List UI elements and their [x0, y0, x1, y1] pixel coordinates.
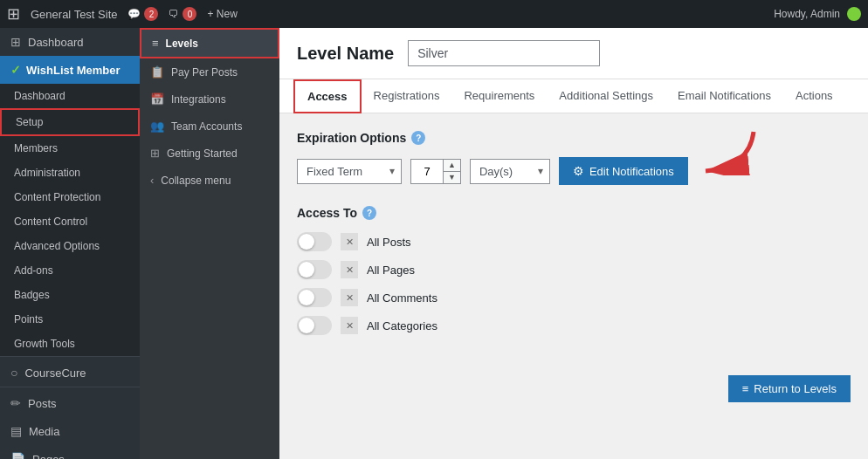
collapse-icon: ‹	[150, 174, 154, 187]
content-area: Expiration Options ? Fixed Term Lifetime…	[279, 113, 868, 361]
members-label: Members	[14, 142, 58, 154]
sidebar-item-pages[interactable]: 📄 Pages	[0, 445, 140, 459]
collapse-label: Collapse menu	[161, 175, 231, 187]
new-button[interactable]: + New	[207, 8, 237, 20]
site-name[interactable]: General Test Site	[31, 8, 117, 21]
nav-item-levels[interactable]: ≡ Levels	[140, 28, 279, 58]
toggle-all-pages[interactable]	[297, 260, 332, 279]
x-all-comments[interactable]: ✕	[341, 289, 358, 306]
tab-registrations[interactable]: Registrations	[362, 79, 452, 113]
sidebar-item-add-ons[interactable]: Add-ons	[0, 258, 140, 283]
wp-logo-icon[interactable]: ⊞	[7, 4, 20, 24]
main-layout: ⊞ Dashboard ✓ WishList Member Dashboard …	[0, 28, 868, 459]
admin-bar-left: ⊞ General Test Site 💬 2 🗨 0 + New	[7, 4, 763, 24]
sidebar-item-wlm[interactable]: ✓ WishList Member	[0, 56, 140, 84]
expiration-help-icon[interactable]: ?	[411, 131, 425, 145]
term-select[interactable]: Fixed Term Lifetime Sequential	[297, 159, 402, 184]
tab-email-notifications[interactable]: Email Notifications	[665, 79, 783, 113]
red-arrow-svg	[679, 123, 758, 175]
main-content: ≡ Levels 📋 Pay Per Posts 📅 Integrations …	[140, 28, 868, 459]
nav-item-collapse[interactable]: ‹ Collapse menu	[140, 167, 279, 194]
expiration-row: Fixed Term Lifetime Sequential ▲ ▼	[297, 157, 851, 185]
team-accounts-label: Team Accounts	[171, 120, 242, 133]
all-comments-label: All Comments	[367, 291, 437, 305]
sidebar-item-content-protection[interactable]: Content Protection	[0, 185, 140, 209]
sidebar-item-media[interactable]: ▤ Media	[0, 417, 140, 445]
sidebar-item-members[interactable]: Members	[0, 136, 140, 161]
content-protection-label: Content Protection	[14, 191, 100, 203]
toggle-knob-comments	[299, 290, 314, 305]
panel: Level Name Access Registrations Requirem…	[279, 28, 868, 459]
comments-count[interactable]: 💬 2	[127, 7, 158, 21]
level-name-input[interactable]	[408, 40, 600, 66]
sidebar-wlm-label: WishList Member	[26, 64, 121, 77]
spin-buttons: ▲ ▼	[443, 160, 460, 183]
nav-item-integrations[interactable]: 📅 Integrations	[140, 86, 279, 113]
tab-requirements[interactable]: Requirements	[451, 79, 547, 113]
sub-nav: ≡ Levels 📋 Pay Per Posts 📅 Integrations …	[140, 28, 279, 459]
spin-down-button[interactable]: ▼	[444, 172, 460, 183]
coursecure-icon: ○	[10, 366, 17, 380]
toggle-knob-pages	[299, 262, 314, 277]
expiration-title-text: Expiration Options	[297, 131, 406, 145]
sidebar-item-setup[interactable]: Setup	[0, 108, 140, 136]
sidebar-item-dashboard[interactable]: ⊞ Dashboard	[0, 28, 140, 56]
sidebar-item-points[interactable]: Points	[0, 307, 140, 332]
spin-up-button[interactable]: ▲	[444, 160, 460, 172]
all-pages-label: All Pages	[367, 264, 415, 277]
tabs-bar: Access Registrations Requirements Additi…	[279, 79, 868, 113]
sidebar-item-administration[interactable]: Administration	[0, 161, 140, 185]
sidebar-item-posts[interactable]: ✏ Posts	[0, 387, 140, 417]
toggle-all-posts[interactable]	[297, 232, 332, 251]
days-select-wrapper[interactable]: Day(s) Month(s) Year(s)	[470, 159, 550, 184]
expiration-section-title: Expiration Options ?	[297, 131, 851, 145]
nav-item-team-accounts[interactable]: 👥 Team Accounts	[140, 113, 279, 140]
levels-icon: ≡	[152, 37, 159, 50]
edit-notifications-label: Edit Notifications	[589, 165, 674, 178]
return-icon: ≡	[742, 382, 749, 395]
sidebar-item-coursecure[interactable]: ○ CourseCure	[0, 356, 140, 387]
sidebar-item-content-control[interactable]: Content Control	[0, 209, 140, 234]
number-input-wrapper: ▲ ▼	[410, 159, 461, 184]
number-input[interactable]	[411, 160, 443, 183]
admin-bar: ⊞ General Test Site 💬 2 🗨 0 + New Howdy,…	[0, 0, 868, 28]
wlm-dashboard-label: Dashboard	[14, 90, 65, 102]
tab-actions[interactable]: Actions	[783, 79, 845, 113]
sidebar-item-badges[interactable]: Badges	[0, 283, 140, 307]
levels-label: Levels	[166, 38, 198, 50]
admin-avatar	[847, 7, 861, 21]
term-select-wrapper[interactable]: Fixed Term Lifetime Sequential	[297, 159, 402, 184]
setup-label: Setup	[16, 116, 43, 128]
toggle-knob	[299, 234, 314, 250]
edit-notifications-button[interactable]: ⚙ Edit Notifications	[559, 157, 688, 185]
wlm-submenu: Dashboard Setup Members Administration C…	[0, 84, 140, 356]
sidebar-item-wlm-dashboard[interactable]: Dashboard	[0, 84, 140, 108]
pay-per-posts-icon: 📋	[150, 65, 164, 79]
media-label: Media	[29, 425, 59, 438]
tab-access[interactable]: Access	[293, 79, 362, 113]
days-select[interactable]: Day(s) Month(s) Year(s)	[470, 159, 550, 184]
return-to-levels-button[interactable]: ≡ Return to Levels	[728, 375, 851, 402]
sidebar-item-growth-tools[interactable]: Growth Tools	[0, 332, 140, 356]
tab-additional-settings[interactable]: Additional Settings	[547, 79, 665, 113]
getting-started-icon: ⊞	[150, 147, 160, 160]
pages-icon: 📄	[10, 452, 25, 459]
toggle-all-comments[interactable]	[297, 288, 332, 307]
nav-item-getting-started[interactable]: ⊞ Getting Started	[140, 140, 279, 167]
sidebar-item-advanced-options[interactable]: Advanced Options	[0, 234, 140, 258]
access-to-help-icon[interactable]: ?	[362, 206, 376, 220]
toggle-all-categories[interactable]	[297, 316, 332, 335]
howdy-text: Howdy, Admin	[774, 8, 840, 20]
access-to-title-text: Access To	[297, 206, 357, 220]
toggle-knob-categories	[299, 318, 314, 333]
messages-count[interactable]: 🗨 0	[169, 7, 196, 21]
access-row-all-pages: ✕ All Pages	[297, 260, 851, 279]
x-all-categories[interactable]: ✕	[341, 317, 358, 334]
access-row-all-categories: ✕ All Categories	[297, 316, 851, 335]
x-all-pages[interactable]: ✕	[341, 261, 358, 278]
nav-item-pay-per-posts[interactable]: 📋 Pay Per Posts	[140, 58, 279, 86]
access-to-title: Access To ?	[297, 206, 851, 220]
message-icon: 🗨	[169, 8, 179, 20]
wlm-check-icon: ✓	[10, 63, 21, 77]
x-all-posts[interactable]: ✕	[341, 233, 358, 250]
